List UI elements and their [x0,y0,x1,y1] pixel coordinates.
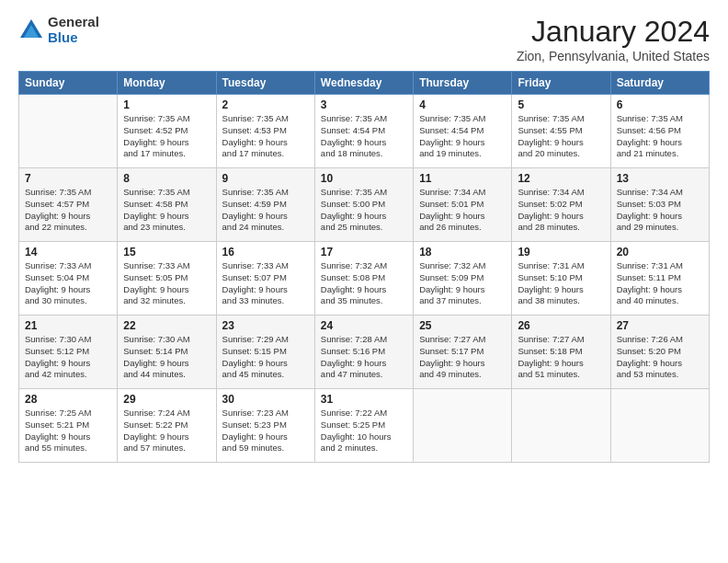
day-number: 27 [617,319,703,332]
day-info: Sunrise: 7:35 AM Sunset: 4:57 PM Dayligh… [25,187,111,234]
day-cell: 23Sunrise: 7:29 AM Sunset: 5:15 PM Dayli… [216,316,314,389]
day-info: Sunrise: 7:27 AM Sunset: 5:17 PM Dayligh… [419,334,506,381]
week-row-2: 7Sunrise: 7:35 AM Sunset: 4:57 PM Daylig… [19,168,710,242]
week-row-5: 28Sunrise: 7:25 AM Sunset: 5:21 PM Dayli… [19,389,710,463]
day-cell [414,389,512,463]
day-info: Sunrise: 7:35 AM Sunset: 5:00 PM Dayligh… [321,187,407,234]
week-row-4: 21Sunrise: 7:30 AM Sunset: 5:12 PM Dayli… [19,316,710,389]
day-info: Sunrise: 7:30 AM Sunset: 5:14 PM Dayligh… [123,334,210,381]
day-info: Sunrise: 7:24 AM Sunset: 5:22 PM Dayligh… [123,408,210,454]
day-number: 3 [321,98,407,111]
day-number: 26 [518,319,604,332]
col-wednesday: Wednesday [314,72,413,95]
day-cell: 3Sunrise: 7:35 AM Sunset: 4:54 PM Daylig… [314,95,413,168]
day-info: Sunrise: 7:26 AM Sunset: 5:20 PM Dayligh… [617,334,703,381]
logo-blue: Blue [48,29,78,45]
day-cell: 10Sunrise: 7:35 AM Sunset: 5:00 PM Dayli… [314,168,413,242]
day-info: Sunrise: 7:22 AM Sunset: 5:25 PM Dayligh… [321,408,407,454]
day-number: 4 [419,98,506,111]
day-cell: 6Sunrise: 7:35 AM Sunset: 4:56 PM Daylig… [610,95,709,168]
col-tuesday: Tuesday [216,72,314,95]
day-number: 1 [123,98,210,111]
header: General Blue January 2024 Zion, Pennsylv… [18,15,710,63]
day-cell: 28Sunrise: 7:25 AM Sunset: 5:21 PM Dayli… [19,389,118,463]
day-info: Sunrise: 7:35 AM Sunset: 4:55 PM Dayligh… [518,113,604,160]
col-thursday: Thursday [414,72,512,95]
day-number: 20 [617,246,703,259]
col-saturday: Saturday [610,72,709,95]
day-number: 31 [321,393,407,406]
day-info: Sunrise: 7:32 AM Sunset: 5:09 PM Dayligh… [419,260,506,307]
day-info: Sunrise: 7:35 AM Sunset: 4:54 PM Dayligh… [419,113,506,160]
day-number: 12 [518,172,604,185]
day-number: 8 [123,172,210,185]
day-cell: 22Sunrise: 7:30 AM Sunset: 5:14 PM Dayli… [118,316,216,389]
header-row: Sunday Monday Tuesday Wednesday Thursday… [19,72,710,95]
calendar-page: General Blue January 2024 Zion, Pennsylv… [0,0,728,563]
day-cell: 5Sunrise: 7:35 AM Sunset: 4:55 PM Daylig… [512,95,610,168]
day-number: 6 [617,98,703,111]
day-info: Sunrise: 7:33 AM Sunset: 5:07 PM Dayligh… [222,260,309,307]
day-number: 22 [123,319,210,332]
day-cell: 21Sunrise: 7:30 AM Sunset: 5:12 PM Dayli… [19,316,118,389]
day-cell: 2Sunrise: 7:35 AM Sunset: 4:53 PM Daylig… [216,95,314,168]
day-cell: 1Sunrise: 7:35 AM Sunset: 4:52 PM Daylig… [118,95,216,168]
day-number: 7 [25,172,111,185]
logo-general: General [48,14,99,29]
day-info: Sunrise: 7:34 AM Sunset: 5:03 PM Dayligh… [617,187,703,234]
week-row-3: 14Sunrise: 7:33 AM Sunset: 5:04 PM Dayli… [19,242,710,316]
month-title: January 2024 [517,15,710,49]
day-number: 13 [617,172,703,185]
day-number: 25 [419,319,506,332]
day-number: 30 [222,393,309,406]
day-number: 19 [518,246,604,259]
day-number: 11 [419,172,506,185]
day-info: Sunrise: 7:35 AM Sunset: 4:52 PM Dayligh… [123,113,210,160]
day-cell: 16Sunrise: 7:33 AM Sunset: 5:07 PM Dayli… [216,242,314,316]
day-info: Sunrise: 7:30 AM Sunset: 5:12 PM Dayligh… [25,334,111,381]
day-info: Sunrise: 7:23 AM Sunset: 5:23 PM Dayligh… [222,408,309,454]
day-cell: 29Sunrise: 7:24 AM Sunset: 5:22 PM Dayli… [118,389,216,463]
day-cell: 31Sunrise: 7:22 AM Sunset: 5:25 PM Dayli… [314,389,413,463]
day-info: Sunrise: 7:31 AM Sunset: 5:11 PM Dayligh… [617,260,703,307]
day-number: 9 [222,172,309,185]
day-number: 17 [321,246,407,259]
logo: General Blue [18,15,99,45]
day-info: Sunrise: 7:25 AM Sunset: 5:21 PM Dayligh… [25,408,111,454]
day-cell: 26Sunrise: 7:27 AM Sunset: 5:18 PM Dayli… [512,316,610,389]
day-number: 2 [222,98,309,111]
col-friday: Friday [512,72,610,95]
day-info: Sunrise: 7:32 AM Sunset: 5:08 PM Dayligh… [321,260,407,307]
day-info: Sunrise: 7:27 AM Sunset: 5:18 PM Dayligh… [518,334,604,381]
day-cell: 17Sunrise: 7:32 AM Sunset: 5:08 PM Dayli… [314,242,413,316]
day-info: Sunrise: 7:35 AM Sunset: 4:59 PM Dayligh… [222,187,309,234]
day-cell: 13Sunrise: 7:34 AM Sunset: 5:03 PM Dayli… [610,168,709,242]
day-cell: 9Sunrise: 7:35 AM Sunset: 4:59 PM Daylig… [216,168,314,242]
logo-icon [18,17,44,43]
day-cell: 8Sunrise: 7:35 AM Sunset: 4:58 PM Daylig… [118,168,216,242]
day-cell: 14Sunrise: 7:33 AM Sunset: 5:04 PM Dayli… [19,242,118,316]
day-number: 24 [321,319,407,332]
day-cell: 4Sunrise: 7:35 AM Sunset: 4:54 PM Daylig… [414,95,512,168]
day-info: Sunrise: 7:34 AM Sunset: 5:01 PM Dayligh… [419,187,506,234]
day-cell [19,95,118,168]
day-info: Sunrise: 7:28 AM Sunset: 5:16 PM Dayligh… [321,334,407,381]
col-monday: Monday [118,72,216,95]
day-number: 15 [123,246,210,259]
title-block: January 2024 Zion, Pennsylvania, United … [517,15,710,63]
day-info: Sunrise: 7:35 AM Sunset: 4:53 PM Dayligh… [222,113,309,160]
day-info: Sunrise: 7:35 AM Sunset: 4:54 PM Dayligh… [321,113,407,160]
logo-text: General Blue [48,15,99,45]
day-cell: 18Sunrise: 7:32 AM Sunset: 5:09 PM Dayli… [414,242,512,316]
day-info: Sunrise: 7:33 AM Sunset: 5:05 PM Dayligh… [123,260,210,307]
col-sunday: Sunday [19,72,118,95]
week-row-1: 1Sunrise: 7:35 AM Sunset: 4:52 PM Daylig… [19,95,710,168]
day-number: 16 [222,246,309,259]
day-cell: 24Sunrise: 7:28 AM Sunset: 5:16 PM Dayli… [314,316,413,389]
day-number: 21 [25,319,111,332]
day-cell [512,389,610,463]
day-number: 29 [123,393,210,406]
day-cell: 20Sunrise: 7:31 AM Sunset: 5:11 PM Dayli… [610,242,709,316]
day-number: 14 [25,246,111,259]
day-cell: 7Sunrise: 7:35 AM Sunset: 4:57 PM Daylig… [19,168,118,242]
